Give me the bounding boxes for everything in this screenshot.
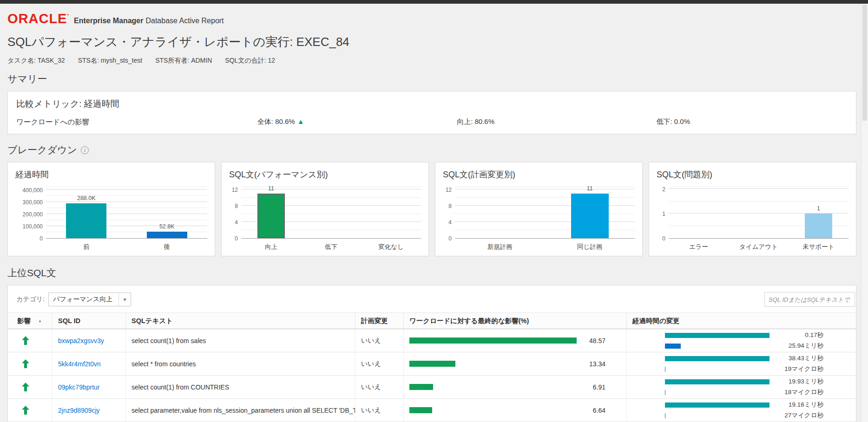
impact-bar <box>409 384 433 390</box>
sql-text-cell: select count(1) from sales <box>126 329 355 352</box>
sql-text-cell: select count(1) from COUNTRIES <box>126 376 355 398</box>
sql-id-cell: 2jnz9d8909cjy <box>53 399 126 422</box>
up-triangle-icon: ▲ <box>297 117 304 125</box>
oracle-logo: ORACLE’ <box>7 11 69 26</box>
table-header-row: 影響▲ SQL ID SQLテキスト 計画変更 ワークロードに対する最終的な影響… <box>8 312 856 329</box>
y-tick-label: 100,000 <box>23 223 43 230</box>
impact-cell <box>8 376 53 398</box>
chart-x-label: 新規計画 <box>455 243 545 251</box>
col-header-plan-change[interactable]: 計画変更 <box>355 313 404 329</box>
table-body: bxwpa2xgsvv3y select count(1) from sales… <box>8 329 856 422</box>
regressed-impact: 低下: 0.0% <box>657 117 848 127</box>
sql-filter-input[interactable] <box>764 292 855 307</box>
elapsed-before-bar <box>665 356 769 361</box>
y-tick-label: 8 <box>235 203 238 209</box>
chart-title: SQL文(問題別) <box>657 169 848 180</box>
sql-id-link[interactable]: 5kk4r4mf2t0vn <box>58 360 101 368</box>
impact-value: 6.64 <box>577 407 606 414</box>
table-row: 09pkc79bprtur select count(1) from COUNT… <box>8 376 856 399</box>
category-label: カテゴリ: <box>16 295 45 304</box>
elapsed-before-label: 19.16ミリ秒 <box>773 401 823 409</box>
arrow-up-icon <box>22 359 29 368</box>
elapsed-after-label: 25.94ミリ秒 <box>773 342 823 350</box>
category-selected-value: パフォーマンス向上 <box>49 295 118 304</box>
bar-value-label: 52.8K <box>159 223 175 230</box>
chart-elapsed-time: 経過時間 0100,000200,000300,000400,000288.0K… <box>7 162 215 256</box>
chart-sql-by-plan-change: SQL文(計画変更別) 0481211新規計画同じ計画 <box>435 162 643 256</box>
bar-value-label: 288.0K <box>77 195 96 201</box>
breakdown-charts: 経過時間 0100,000200,000300,000400,000288.0K… <box>7 162 856 256</box>
chart-sql-by-performance: SQL文(パフォーマンス別) 0481211向上低下変化なし <box>221 162 429 256</box>
impact-cell <box>8 329 53 352</box>
chart-x-label: エラー <box>669 243 729 251</box>
elapsed-change-cell: 19.16ミリ秒 27マイクロ秒 <box>627 399 856 422</box>
scrollbar-thumb[interactable] <box>862 5 867 121</box>
sql-id-link[interactable]: bxwpa2xgsvv3y <box>58 337 104 344</box>
chart-sql-by-problem: SQL文(問題別) 0121エラータイムアウト未サポート <box>649 162 856 256</box>
plan-change-cell: いいえ <box>355 352 404 375</box>
sql-id-cell: 09pkc79bprtur <box>53 376 126 398</box>
meta-sql-total: SQL文の合計: 12 <box>225 57 275 65</box>
impact-value: 6.91 <box>577 383 606 391</box>
report-metadata: タスク名: TASK_32 STS名: mysh_sts_test STS所有者… <box>7 57 856 65</box>
net-impact-cell: 48.57 <box>404 329 627 352</box>
chart-x-label: 後 <box>127 243 208 251</box>
chart-bar-前[interactable] <box>66 203 106 238</box>
chart-bar-同じ計画[interactable] <box>571 194 609 238</box>
chart-x-label: 向上 <box>241 243 301 251</box>
y-tick-label: 0 <box>39 235 43 242</box>
sort-asc-icon: ▲ <box>38 319 42 323</box>
category-dropdown[interactable]: パフォーマンス向上 ▼ <box>48 292 131 306</box>
bar-value-label: 11 <box>268 185 274 192</box>
elapsed-change-cell: 0.17秒 25.94ミリ秒 <box>627 329 856 352</box>
workload-impact-label: ワークロードへの影響 <box>16 117 257 127</box>
chart-x-label: 未サポート <box>789 243 848 251</box>
impact-bar <box>409 361 455 367</box>
elapsed-after-label: 19マイクロ秒 <box>773 365 823 373</box>
col-header-impact[interactable]: 影響▲ <box>8 313 53 329</box>
elapsed-before-bar <box>665 333 769 338</box>
chart-bar-未サポート[interactable] <box>805 214 832 238</box>
breakdown-heading: ブレークダウン i <box>7 143 856 156</box>
breakdown-heading-label: ブレークダウン <box>7 143 77 156</box>
impact-cell <box>8 399 53 422</box>
top-black-bar <box>0 0 868 4</box>
arrow-up-icon <box>22 336 29 345</box>
elapsed-before-label: 0.17秒 <box>773 331 823 339</box>
sql-id-link[interactable]: 09pkc79bprtur <box>58 383 100 391</box>
improved-impact: 向上: 80.6% <box>457 117 656 127</box>
vertical-scrollbar[interactable] <box>861 4 868 422</box>
chart-bar-後[interactable] <box>147 232 187 238</box>
overall-impact: 全体: 80.6%▲ <box>257 117 457 127</box>
col-header-sql-text[interactable]: SQLテキスト <box>126 313 355 329</box>
sql-id-cell: 5kk4r4mf2t0vn <box>53 352 126 375</box>
summary-heading: サマリー <box>7 72 856 85</box>
y-tick-label: 4 <box>235 219 238 226</box>
arrow-up-icon <box>22 406 29 415</box>
meta-sts-name: STS名: mysh_sts_test <box>78 57 143 65</box>
sql-id-cell: bxwpa2xgsvv3y <box>53 329 126 352</box>
table-row: bxwpa2xgsvv3y select count(1) from sales… <box>8 329 856 352</box>
info-icon[interactable]: i <box>81 146 89 154</box>
chart-x-label: 同じ計画 <box>545 243 635 251</box>
chart-title: SQL文(パフォーマンス別) <box>229 169 421 180</box>
col-header-elapsed-change[interactable]: 経過時間の変更 <box>627 313 856 329</box>
chevron-down-icon[interactable]: ▼ <box>118 293 131 306</box>
impact-cell <box>8 352 53 375</box>
net-impact-cell: 6.91 <box>404 376 627 398</box>
elapsed-change-cell: 38.43ミリ秒 19マイクロ秒 <box>627 352 856 375</box>
y-tick-label: 400,000 <box>23 187 43 194</box>
elapsed-before-label: 19.93ミリ秒 <box>773 377 823 386</box>
col-header-net-impact[interactable]: ワークロードに対する最終的な影響(%) <box>404 313 627 329</box>
elapsed-after-label: 18マイクロ秒 <box>773 388 823 396</box>
chart-bar-向上[interactable] <box>257 194 285 238</box>
sql-id-link[interactable]: 2jnz9d8909cjy <box>58 407 100 414</box>
app-header: ORACLE’ Enterprise ManagerDatabase Activ… <box>7 4 856 26</box>
sql-text-cell: select parameter,value from nls_session_… <box>126 399 355 422</box>
y-tick-label: 12 <box>232 187 238 193</box>
page: ORACLE’ Enterprise ManagerDatabase Activ… <box>0 4 861 422</box>
net-impact-cell: 13.34 <box>404 352 627 375</box>
col-header-sql-id[interactable]: SQL ID <box>53 313 126 329</box>
elapsed-after-label: 27マイクロ秒 <box>773 411 823 420</box>
meta-sts-owner: STS所有者: ADMIN <box>155 57 212 65</box>
